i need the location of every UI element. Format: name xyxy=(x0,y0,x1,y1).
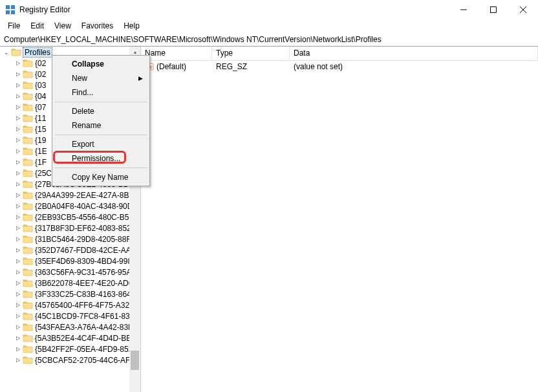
folder-icon xyxy=(23,81,33,89)
tree-node[interactable]: ▷{2B0A04F8-40AC-4348-90D9 xyxy=(12,201,140,212)
column-header-type[interactable]: Type xyxy=(212,47,290,60)
context-collapse[interactable]: Collapse xyxy=(54,57,148,71)
folder-icon xyxy=(23,147,33,155)
column-header-name[interactable]: Name xyxy=(141,47,212,60)
chevron-right-icon[interactable]: ▷ xyxy=(14,159,22,165)
tree-label: {363C56FA-9C31-4576-95A7- xyxy=(35,268,138,277)
tree-node[interactable]: ▷{31BC5464-29D8-4205-88FD- xyxy=(12,234,140,245)
menu-favorites[interactable]: Favorites xyxy=(76,20,118,32)
tree-label: {07 xyxy=(35,103,46,112)
chevron-right-icon[interactable]: ▷ xyxy=(14,181,22,187)
chevron-down-icon[interactable]: ⌄ xyxy=(3,49,10,56)
column-header-data[interactable]: Data xyxy=(290,47,538,60)
scroll-thumb[interactable] xyxy=(131,351,139,370)
context-new[interactable]: New▶ xyxy=(54,71,148,85)
tree-node[interactable]: ▷{5A3B52E4-4C4F-4D4D-BEDC xyxy=(12,332,140,343)
chevron-right-icon[interactable]: ▷ xyxy=(14,126,22,132)
tree-node[interactable]: ▷{29A4A399-2EAE-427A-8B67 xyxy=(12,190,140,201)
chevron-right-icon[interactable]: ▷ xyxy=(14,82,22,88)
folder-icon xyxy=(23,103,33,111)
tree-node[interactable]: ▷{363C56FA-9C31-4576-95A7- xyxy=(12,267,140,278)
menu-file[interactable]: File xyxy=(3,20,25,32)
tree-label: {352D7467-FDD8-42CE-AADI xyxy=(35,246,139,255)
tree-node[interactable]: ▷{317B8F3D-EF62-4083-852B- xyxy=(12,223,140,234)
chevron-right-icon[interactable]: ▷ xyxy=(14,313,22,319)
menu-separator xyxy=(55,102,147,102)
chevron-right-icon[interactable]: ▷ xyxy=(14,324,22,330)
tree-node[interactable]: ▷{45C1BCD9-7FC8-4F61-83F4 xyxy=(12,310,140,321)
address-bar[interactable]: Computer\HKEY_LOCAL_MACHINE\SOFTWARE\Mic… xyxy=(0,32,538,47)
menu-separator xyxy=(55,168,147,168)
svg-rect-5 xyxy=(491,7,497,13)
maximize-button[interactable] xyxy=(479,0,508,19)
chevron-right-icon[interactable]: ▷ xyxy=(14,335,22,341)
folder-icon xyxy=(23,290,33,298)
chevron-right-icon[interactable]: ▷ xyxy=(14,170,22,176)
chevron-right-icon[interactable]: ▷ xyxy=(14,236,22,242)
menu-help[interactable]: Help xyxy=(118,20,145,32)
chevron-right-icon[interactable]: ▷ xyxy=(14,258,22,264)
tree-label: {45765400-4FF6-4F75-A320-8 xyxy=(35,301,140,310)
chevron-right-icon[interactable]: ▷ xyxy=(14,148,22,154)
chevron-right-icon[interactable]: ▷ xyxy=(14,214,22,220)
context-find[interactable]: Find... xyxy=(54,85,148,100)
chevron-right-icon[interactable]: ▷ xyxy=(14,346,22,352)
tree-label: {3F333C25-C83B-4163-864E- xyxy=(35,290,139,299)
tree-node[interactable]: ▷{5B42FF2F-05EA-4FD9-852A- xyxy=(12,343,140,354)
folder-icon xyxy=(23,213,33,221)
folder-icon xyxy=(23,312,33,320)
tree-label: {04 xyxy=(35,92,46,101)
folder-icon xyxy=(23,158,33,166)
chevron-right-icon[interactable]: ▷ xyxy=(14,291,22,297)
svg-rect-0 xyxy=(6,5,10,9)
folder-icon xyxy=(23,169,33,177)
chevron-right-icon[interactable]: ▷ xyxy=(14,137,22,143)
close-button[interactable] xyxy=(508,0,538,19)
tree-node[interactable]: ▷{3B622078-4EE7-4E20-AD62- xyxy=(12,278,140,289)
tree-node[interactable]: ▷{45765400-4FF6-4F75-A320-8 xyxy=(12,299,140,310)
folder-icon xyxy=(23,257,33,265)
context-export[interactable]: Export xyxy=(54,137,148,151)
chevron-right-icon[interactable]: ▷ xyxy=(14,247,22,253)
chevron-right-icon[interactable]: ▷ xyxy=(14,104,22,110)
context-delete[interactable]: Delete xyxy=(54,104,148,118)
tree-node[interactable]: ▷{5CBCAF52-2705-44C6-AF28 xyxy=(12,354,140,365)
chevron-right-icon[interactable]: ▷ xyxy=(14,60,22,66)
list-row[interactable]: ab(Default)REG_SZ(value not set) xyxy=(141,61,538,72)
minimize-button[interactable] xyxy=(449,0,479,19)
menubar: FileEditViewFavoritesHelp xyxy=(0,19,538,32)
folder-icon xyxy=(23,92,33,100)
menu-separator xyxy=(55,135,147,135)
folder-icon xyxy=(23,59,33,67)
tree-node[interactable]: ▷{352D7467-FDD8-42CE-AADI xyxy=(12,245,140,256)
folder-icon xyxy=(23,323,33,331)
chevron-right-icon[interactable]: ▷ xyxy=(14,93,22,99)
context-rename[interactable]: Rename xyxy=(54,118,148,133)
list-pane[interactable]: NameTypeData ab(Default)REG_SZ(value not… xyxy=(141,47,538,392)
context-copy-key-name[interactable]: Copy Key Name xyxy=(54,170,148,184)
chevron-right-icon[interactable]: ▷ xyxy=(14,192,22,198)
cell-type: REG_SZ xyxy=(212,61,290,72)
chevron-right-icon[interactable]: ▷ xyxy=(14,280,22,286)
tree-node[interactable]: ▷{543FAEA3-A76A-4A42-83E0 xyxy=(12,321,140,332)
tree-node[interactable]: ▷{35EF4D69-8309-4BD4-9984- xyxy=(12,256,140,267)
tree-label: {19 xyxy=(35,136,46,145)
chevron-right-icon[interactable]: ▷ xyxy=(14,203,22,209)
context-permissions[interactable]: Permissions... xyxy=(54,151,148,166)
folder-icon xyxy=(23,125,33,133)
tree-node[interactable]: ▷{3F333C25-C83B-4163-864E- xyxy=(12,289,140,299)
chevron-right-icon[interactable]: ▷ xyxy=(14,225,22,231)
menu-view[interactable]: View xyxy=(49,20,76,32)
tree-node[interactable]: ▷{2EB93CB5-4556-480C-B524- xyxy=(12,212,140,223)
menu-edit[interactable]: Edit xyxy=(25,20,49,32)
svg-rect-1 xyxy=(11,5,15,9)
tree-label: {317B8F3D-EF62-4083-852B- xyxy=(35,224,139,233)
chevron-right-icon[interactable]: ▷ xyxy=(14,115,22,121)
context-menu: CollapseNew▶Find...DeleteRenameExportPer… xyxy=(52,55,150,186)
chevron-right-icon[interactable]: ▷ xyxy=(14,71,22,77)
tree-label: {29A4A399-2EAE-427A-8B67 xyxy=(35,191,138,200)
chevron-right-icon[interactable]: ▷ xyxy=(14,357,22,363)
window-title: Registry Editor xyxy=(19,5,449,14)
chevron-right-icon[interactable]: ▷ xyxy=(14,269,22,275)
chevron-right-icon[interactable]: ▷ xyxy=(14,302,22,308)
